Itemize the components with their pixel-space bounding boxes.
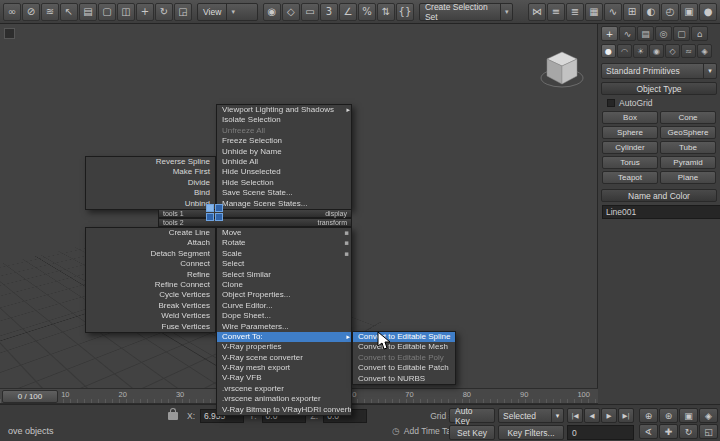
reference-coordinate-dropdown[interactable]: View	[197, 3, 258, 21]
object-type-button[interactable]: Sphere	[602, 126, 658, 139]
quad-header[interactable]: tools 1 display	[158, 209, 352, 218]
previous-frame-icon[interactable]: ◀	[584, 408, 600, 423]
menu-item[interactable]: Hide Selection	[217, 178, 351, 188]
object-type-button[interactable]: Box	[602, 111, 658, 124]
menu-item[interactable]: Object Properties...	[217, 290, 351, 300]
viewport-menu-icon[interactable]	[4, 28, 15, 39]
motion-tab-icon[interactable]: ◎	[655, 26, 672, 41]
current-frame-field[interactable]: 0	[567, 425, 634, 440]
menu-item[interactable]: Break Vertices	[86, 301, 215, 311]
viewcube[interactable]	[538, 46, 586, 94]
select-and-rotate-icon[interactable]: ↻	[155, 3, 173, 21]
menu-item[interactable]: Make First	[86, 167, 215, 177]
play-animation-icon[interactable]: ▶	[601, 408, 617, 423]
menu-item[interactable]: Viewport Lighting and Shadows	[217, 105, 351, 115]
menu-item[interactable]: Cycle Vertices	[86, 290, 215, 300]
percent-snap-icon[interactable]: %	[358, 3, 376, 21]
selection-set-keying-dropdown[interactable]: Selected	[498, 408, 564, 423]
select-object-icon[interactable]: ↖	[60, 3, 78, 21]
systems-category-icon[interactable]: ◈	[697, 44, 712, 58]
spinner-snap-icon[interactable]: ⇅	[377, 3, 395, 21]
orbit-icon[interactable]: ↻	[679, 424, 698, 439]
menu-item[interactable]: Convert to Editable Mesh	[353, 342, 455, 352]
menu-item[interactable]: V-Ray Bitmap to VRayHDRI converter	[217, 405, 351, 415]
menu-item[interactable]: Connect	[86, 259, 215, 269]
time-slider-handle[interactable]: 0 / 100	[2, 390, 58, 403]
menu-item[interactable]: Wire Parameters...	[217, 322, 351, 332]
angle-snap-icon[interactable]: ∠	[339, 3, 357, 21]
select-and-manipulate-icon[interactable]: ◇	[282, 3, 300, 21]
geometry-category-icon[interactable]: ●	[601, 44, 616, 58]
object-type-button[interactable]: Plane	[660, 171, 716, 184]
menu-item[interactable]: Create Line	[86, 228, 215, 238]
menu-item[interactable]: Convert to Editable Poly	[353, 353, 455, 363]
menu-item[interactable]: Freeze Selection	[217, 136, 351, 146]
quad-header[interactable]: tools 2 transform	[158, 218, 352, 227]
menu-item[interactable]: Convert to NURBS	[353, 374, 455, 384]
hierarchy-tab-icon[interactable]: ▤	[637, 26, 654, 41]
menu-item[interactable]: V-Ray VFB	[217, 373, 351, 383]
menu-item[interactable]: Convert to Editable Patch	[353, 363, 455, 373]
zoom-icon[interactable]: ⊕	[639, 408, 658, 423]
object-type-button[interactable]: Cone	[660, 111, 716, 124]
menu-item[interactable]: V-Ray scene converter	[217, 353, 351, 363]
menu-item[interactable]: Attach	[86, 238, 215, 248]
object-name-input[interactable]	[602, 205, 720, 219]
pan-icon[interactable]: ✚	[659, 424, 678, 439]
zoom-all-icon[interactable]: ⊛	[659, 408, 678, 423]
keyboard-override-icon[interactable]: ▭	[301, 3, 319, 21]
object-type-button[interactable]: Pyramid	[660, 156, 716, 169]
field-of-view-icon[interactable]: ∢	[639, 424, 658, 439]
menu-item[interactable]: Unbind	[86, 199, 215, 209]
lights-category-icon[interactable]: ☀	[633, 44, 648, 58]
quad-center-icon[interactable]	[206, 204, 223, 221]
material-editor-icon[interactable]: ◐	[642, 3, 660, 21]
menu-item[interactable]: Dope Sheet...	[217, 311, 351, 321]
menu-item[interactable]: Select	[217, 259, 351, 269]
named-selection-sets-icon[interactable]: {}	[396, 3, 414, 21]
auto-key-button[interactable]: Auto Key	[449, 408, 495, 423]
menu-item[interactable]: Bind	[86, 188, 215, 198]
menu-item[interactable]: Convert To:	[217, 332, 351, 342]
select-and-scale-icon[interactable]: ◲	[174, 3, 192, 21]
menu-item[interactable]: .vrscene exporter	[217, 384, 351, 394]
curve-editor-icon[interactable]: ∿	[604, 3, 622, 21]
menu-item[interactable]: Unfreeze All	[217, 126, 351, 136]
snaps-toggle-icon[interactable]: 3	[320, 3, 338, 21]
space-warps-category-icon[interactable]: ≈	[681, 44, 696, 58]
menu-item[interactable]: Manage Scene States...	[217, 199, 351, 209]
menu-item[interactable]: Move	[217, 228, 351, 238]
zoom-extents-all-icon[interactable]: ◈	[699, 408, 718, 423]
menu-item[interactable]: Select Similar	[217, 270, 351, 280]
mirror-icon[interactable]: ⋈	[528, 3, 546, 21]
set-key-button[interactable]: Set Key	[449, 425, 495, 440]
object-type-button[interactable]: Torus	[602, 156, 658, 169]
menu-item[interactable]: .vrscene animation exporter	[217, 394, 351, 404]
maximize-viewport-icon[interactable]: ◱	[699, 424, 718, 439]
select-and-link-icon[interactable]: ∞	[3, 3, 21, 21]
menu-item[interactable]: Fuse Vertices	[86, 322, 215, 332]
schematic-view-icon[interactable]: ⊞	[623, 3, 641, 21]
go-to-end-icon[interactable]: ▶|	[618, 408, 634, 423]
bind-to-space-warp-icon[interactable]: ≋	[41, 3, 59, 21]
menu-item[interactable]: Detach Segment	[86, 249, 215, 259]
menu-item[interactable]: V-Ray properties	[217, 342, 351, 352]
menu-item[interactable]: Scale	[217, 249, 351, 259]
object-type-button[interactable]: Tube	[660, 141, 716, 154]
window-crossing-toggle-icon[interactable]: ◫	[117, 3, 135, 21]
utilities-tab-icon[interactable]: ⌂	[691, 26, 708, 41]
menu-item[interactable]: Unhide All	[217, 157, 351, 167]
autogrid-checkbox[interactable]	[607, 99, 615, 107]
menu-item[interactable]: Unhide by Name	[217, 147, 351, 157]
zoom-extents-icon[interactable]: ▣	[679, 408, 698, 423]
menu-item[interactable]: Isolate Selection	[217, 115, 351, 125]
cameras-category-icon[interactable]: ◉	[649, 44, 664, 58]
menu-item[interactable]: Curve Editor...	[217, 301, 351, 311]
menu-item[interactable]: V-Ray mesh export	[217, 363, 351, 373]
object-type-rollout-header[interactable]: Object Type	[601, 82, 717, 95]
object-type-button[interactable]: GeoSphere	[660, 126, 716, 139]
render-setup-icon[interactable]: ◴	[661, 3, 679, 21]
menu-item[interactable]: Divide	[86, 178, 215, 188]
menu-item[interactable]: Save Scene State...	[217, 188, 351, 198]
shapes-category-icon[interactable]: ◠	[617, 44, 632, 58]
